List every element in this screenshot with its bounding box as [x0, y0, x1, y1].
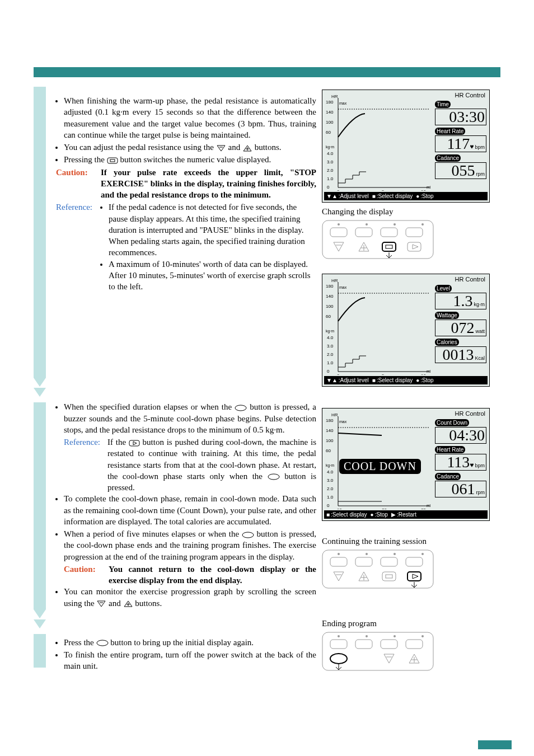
- svg-text:HR: HR: [331, 278, 338, 283]
- footer-hint: ●:Stop: [371, 511, 388, 518]
- svg-marker-50: [334, 242, 344, 251]
- rect-button-icon: [107, 157, 118, 164]
- body-text: To finish the entire program, turn off t…: [64, 649, 316, 672]
- svg-text:max: max: [339, 420, 347, 424]
- svg-text:kg·m: kg·m: [326, 463, 334, 468]
- svg-point-100: [366, 553, 368, 555]
- svg-point-119: [394, 635, 396, 637]
- page-header-bar: [34, 67, 500, 77]
- svg-marker-0: [34, 378, 46, 387]
- svg-point-45: [421, 223, 424, 226]
- reference-text: If the pedal cadence is not detected for…: [109, 201, 316, 258]
- readout-label: Level: [435, 285, 452, 292]
- caution-label: Caution:: [56, 167, 95, 201]
- svg-marker-2: [34, 609, 46, 618]
- svg-rect-10: [110, 159, 115, 162]
- svg-text:100: 100: [326, 438, 334, 443]
- lcd-screen-3: HR 180 140 100 60 max kg·m 4.0 3.0 2.0 1…: [322, 408, 490, 521]
- svg-text:180: 180: [326, 418, 334, 423]
- control-pad-2: [322, 550, 434, 589]
- readout-label: Time: [435, 101, 451, 108]
- readout-value: 0013: [442, 347, 474, 363]
- body-text: When the specified duration elapses or w…: [64, 401, 316, 435]
- reference-text: If the button is pushed during cool-down…: [107, 436, 316, 493]
- footer-hint: ■:Select display: [372, 193, 413, 199]
- lcd-title: HR Control: [435, 276, 486, 283]
- body-text: When finishing the warm-up phase, the pe…: [64, 95, 316, 140]
- readout-value: 04:30: [449, 428, 485, 443]
- left-decorative-stripe: [34, 87, 46, 702]
- svg-rect-56: [386, 245, 392, 248]
- svg-point-43: [366, 223, 368, 226]
- right-figure-column: HR 180 140 100 60 max kg·m 4.0 3.0 2.0 1…: [322, 90, 490, 673]
- svg-text:kg·m: kg·m: [326, 329, 334, 334]
- svg-text:60: 60: [326, 448, 331, 453]
- lcd-graph-1: HR 180 140 100 60 max kg·m 4.0 3.0 2.0 1…: [326, 92, 431, 191]
- footer-hint: ▼▲:Adjust level: [326, 193, 369, 199]
- oval-button-icon: [242, 532, 254, 538]
- svg-text:180: 180: [326, 284, 334, 289]
- svg-text:min: min: [427, 369, 431, 373]
- main-text-column: When finishing the warm-up phase, the pe…: [56, 95, 316, 673]
- svg-text:min: min: [427, 504, 431, 508]
- svg-text:5: 5: [382, 373, 385, 375]
- svg-marker-3: [34, 619, 46, 628]
- svg-point-125: [330, 654, 347, 664]
- svg-text:140: 140: [326, 110, 334, 115]
- svg-text:0: 0: [337, 373, 340, 375]
- svg-rect-112: [382, 572, 396, 581]
- readout-value: 055: [452, 163, 475, 179]
- svg-text:60: 60: [326, 130, 331, 135]
- svg-text:180: 180: [326, 100, 334, 105]
- footer-hint: ▶:Restart: [391, 511, 416, 518]
- readout-value: 061: [452, 481, 475, 497]
- svg-rect-103: [330, 557, 347, 566]
- heart-icon: ♥: [470, 143, 474, 151]
- chevron-down-icon: [34, 378, 46, 400]
- svg-rect-106: [406, 557, 423, 566]
- svg-rect-105: [381, 557, 397, 566]
- svg-marker-13: [133, 442, 137, 445]
- svg-rect-9: [107, 158, 118, 163]
- svg-rect-57: [407, 242, 421, 251]
- svg-marker-1: [34, 388, 46, 397]
- reference-label: Reference:: [56, 201, 97, 292]
- svg-rect-46: [330, 228, 347, 237]
- svg-point-42: [338, 223, 340, 226]
- plus-up-icon: [123, 600, 133, 608]
- readout-value: 1.3: [453, 293, 472, 309]
- svg-text:60: 60: [326, 314, 331, 319]
- page-footer-bar: [478, 740, 512, 749]
- readout-label: Calories: [435, 339, 459, 346]
- svg-text:10: 10: [421, 189, 426, 191]
- svg-text:5: 5: [382, 189, 385, 191]
- svg-point-21: [97, 640, 108, 646]
- svg-point-15: [242, 532, 254, 538]
- readout-value: 03:30: [449, 109, 485, 125]
- svg-text:1.0: 1.0: [327, 360, 334, 365]
- readout-label: Heart Rate: [435, 128, 465, 135]
- svg-rect-121: [330, 640, 347, 649]
- svg-marker-58: [413, 245, 418, 249]
- svg-marker-126: [384, 654, 394, 663]
- caution-label: Caution:: [64, 564, 103, 586]
- control-pad-1: [322, 220, 434, 259]
- footer-hint: ●:Stop: [416, 377, 433, 383]
- body-text: You can adjust the pedal resistance usin…: [64, 142, 316, 153]
- lcd-graph-2: HR 180 140 100 60 max kg·m 4.0 3.0 2.0 1…: [326, 276, 431, 375]
- caution-text: If your pulse rate exceeds the upper lim…: [101, 167, 316, 201]
- svg-point-117: [338, 635, 340, 637]
- svg-rect-12: [129, 440, 139, 446]
- plus-up-icon: [242, 144, 252, 152]
- svg-rect-116: [322, 632, 433, 670]
- footer-hint: ■:Select display: [326, 511, 367, 518]
- svg-text:HR: HR: [331, 412, 338, 417]
- svg-marker-4: [217, 145, 225, 151]
- svg-marker-16: [97, 601, 105, 607]
- svg-text:1.0: 1.0: [327, 176, 334, 181]
- svg-text:0: 0: [327, 503, 330, 508]
- footer-hint: ▼▲:Adjust level: [326, 377, 369, 383]
- svg-text:3.0: 3.0: [327, 478, 334, 483]
- readout-label: Cadance: [435, 154, 461, 162]
- svg-text:1.0: 1.0: [327, 495, 334, 500]
